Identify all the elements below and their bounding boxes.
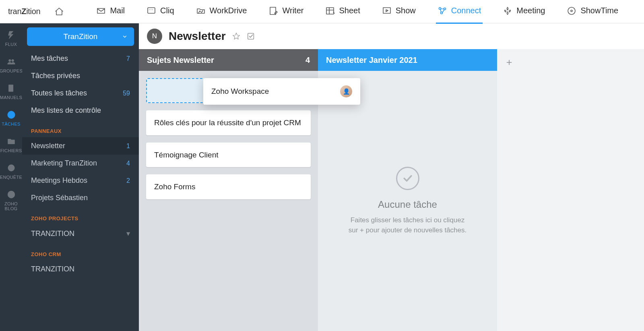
add-column-button[interactable]: ＋ <box>504 56 514 331</box>
svg-rect-5 <box>326 8 334 14</box>
sidebar-heading: PANNEAUX <box>22 119 139 137</box>
sheet-icon <box>325 6 335 16</box>
top-nav: tranZition MailCliqWorkDriveWriterSheetS… <box>0 0 644 23</box>
rail-label: GROUPES <box>0 68 23 73</box>
sidebar-item[interactable]: Marketing TranZition4 <box>22 155 139 172</box>
nav-workdrive[interactable]: WorkDrive <box>196 6 247 17</box>
nav-label: Cliq <box>160 6 174 15</box>
sidebar-item-label: Tâches privées <box>31 72 80 80</box>
nav-label: Sheet <box>339 6 360 15</box>
column-title: Newsletter Janvier 2021 <box>326 56 417 65</box>
sidebar-item-label: Marketing TranZition <box>31 159 97 168</box>
svg-point-17 <box>571 10 572 12</box>
manuels-icon <box>7 84 16 93</box>
sidebar: TranZition Mes tâches7Tâches privéesTout… <box>22 23 139 331</box>
nav-label: ShowTime <box>580 6 618 15</box>
page-title: Newsletter <box>169 30 226 43</box>
sidebar-item[interactable]: Tâches privées <box>22 67 139 85</box>
sidebar-item[interactable]: Mes tâches7 <box>22 50 139 67</box>
sidebar-item-count: 4 <box>126 160 130 167</box>
nav-meeting[interactable]: Meeting <box>503 6 545 17</box>
rail-groupes[interactable]: GROUPES <box>0 57 22 73</box>
sidebar-item-label: Mes listes de contrôle <box>31 106 101 115</box>
sidebar-item[interactable]: Projets Sébastien <box>22 189 139 207</box>
nav-label: WorkDrive <box>210 6 247 15</box>
dragging-card[interactable]: Zoho Workspace👤 <box>203 78 360 105</box>
brand-logo: tranZition <box>8 7 40 16</box>
nav-label: Writer <box>282 6 303 15</box>
connect-icon <box>438 6 447 16</box>
svg-point-18 <box>8 60 10 62</box>
column-body[interactable]: Zoho Workspace👤Rôles clés pour la réussi… <box>139 71 318 331</box>
column-title: Sujets Newsletter <box>147 56 214 65</box>
card-title: Rôles clés pour la réussite d'un projet … <box>154 118 301 127</box>
sidebar-item-count: 7 <box>126 55 130 62</box>
nav-showtime[interactable]: ShowTime <box>567 6 618 17</box>
svg-rect-23 <box>248 33 254 39</box>
card-title: Témoignage Client <box>154 151 218 159</box>
nav-cliq[interactable]: Cliq <box>147 6 174 17</box>
show-icon <box>382 6 392 16</box>
assignee-avatar: 👤 <box>340 85 352 97</box>
rail-blog[interactable]: ZOHO BLOG <box>0 190 22 211</box>
svg-rect-9 <box>383 8 390 13</box>
sidebar-item[interactable]: Toutes les tâches59 <box>22 85 139 102</box>
column-header[interactable]: Sujets Newsletter4 <box>139 49 318 71</box>
nav-label: Meeting <box>516 6 545 15</box>
empty-title: Aucune tâche <box>378 199 437 210</box>
home-icon[interactable] <box>54 7 64 17</box>
board-column: Sujets Newsletter4Zoho Workspace👤Rôles c… <box>139 49 318 331</box>
sidebar-item[interactable]: Meetings Hebdos2 <box>22 172 139 189</box>
page-header: N Newsletter <box>139 23 644 49</box>
board-avatar: N <box>147 29 162 44</box>
sidebar-item-count: 59 <box>123 90 130 97</box>
showtime-icon <box>567 6 576 16</box>
fichiers-icon <box>7 137 16 146</box>
sidebar-item[interactable]: TRANZITION▾ <box>22 225 139 242</box>
rail-flux[interactable]: FLUX <box>0 31 22 47</box>
rail-label: FLUX <box>5 42 17 47</box>
star-icon[interactable] <box>232 32 240 40</box>
workdrive-icon <box>196 6 206 16</box>
svg-point-19 <box>11 60 13 62</box>
column-body[interactable]: Aucune tâcheFaites glisser les tâches ic… <box>318 71 497 331</box>
nav-sheet[interactable]: Sheet <box>325 6 360 17</box>
rail-label: ZOHO BLOG <box>0 201 22 211</box>
sidebar-item-label: TRANZITION <box>31 265 74 273</box>
sidebar-item-count: 2 <box>126 177 130 184</box>
task-card[interactable]: Témoignage Client <box>146 143 311 168</box>
sidebar-item[interactable]: Mes listes de contrôle <box>22 102 139 119</box>
column-header[interactable]: Newsletter Janvier 2021 <box>318 49 497 71</box>
svg-rect-0 <box>148 8 155 13</box>
nav-mail[interactable]: Mail <box>96 6 125 17</box>
rail-fichiers[interactable]: FICHIERS <box>0 137 22 153</box>
rail-label: ENQUÊTE <box>0 175 22 180</box>
taches-icon <box>7 110 16 119</box>
task-card[interactable]: Rôles clés pour la réussite d'un projet … <box>146 110 311 135</box>
nav-label: Mail <box>110 6 125 15</box>
kanban-board: Sujets Newsletter4Zoho Workspace👤Rôles c… <box>139 49 644 331</box>
sidebar-item[interactable]: TRANZITION <box>22 261 139 278</box>
cliq-icon <box>147 6 156 16</box>
workspace-dropdown[interactable]: TranZition <box>27 27 134 46</box>
nav-connect[interactable]: Connect <box>438 6 481 17</box>
sidebar-item-label: Mes tâches <box>31 54 68 63</box>
sidebar-item-label: Projets Sébastien <box>31 194 88 202</box>
rail-enquete[interactable]: ENQUÊTE <box>0 163 22 180</box>
chevron-down-icon: ▾ <box>126 229 130 238</box>
enquete-icon <box>7 163 16 172</box>
nav-writer[interactable]: Writer <box>268 6 303 17</box>
sidebar-heading: ZOHO PROJECTS <box>22 207 139 225</box>
nav-label: Show <box>396 6 416 15</box>
sidebar-item-label: Toutes les tâches <box>31 89 87 97</box>
checklist-icon[interactable] <box>247 32 256 41</box>
card-title: Zoho Workspace <box>211 87 269 96</box>
workspace-dropdown-label: TranZition <box>64 32 98 41</box>
rail-taches[interactable]: TÂCHES <box>0 110 22 126</box>
rail-manuels[interactable]: MANUELS <box>0 84 22 100</box>
nav-show[interactable]: Show <box>382 6 416 17</box>
sidebar-item[interactable]: Newsletter1 <box>22 137 139 155</box>
column-count: 4 <box>305 56 310 65</box>
card-title: Zoho Forms <box>154 182 195 191</box>
task-card[interactable]: Zoho Forms <box>146 174 311 199</box>
